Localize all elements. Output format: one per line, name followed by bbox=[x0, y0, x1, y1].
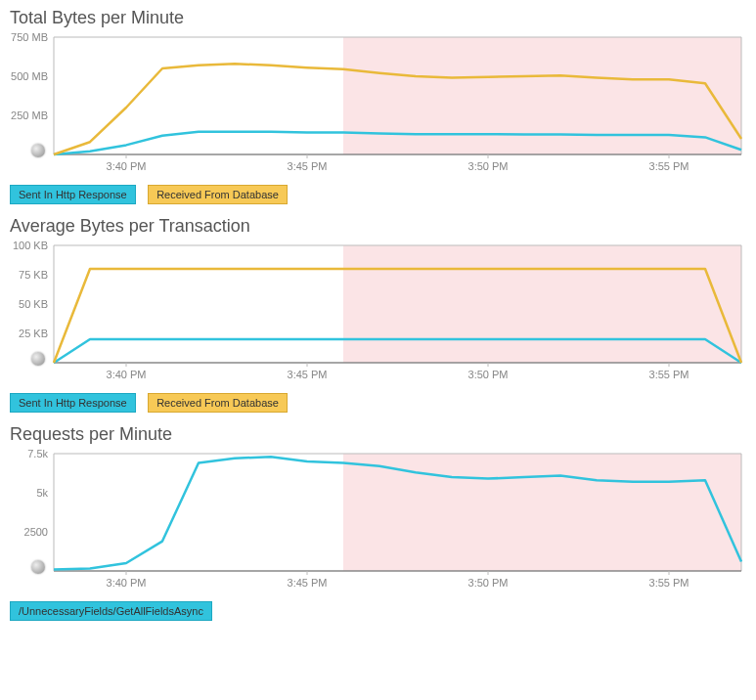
svg-text:3:55 PM: 3:55 PM bbox=[649, 369, 689, 380]
panel-requests: Requests per Minute 25005k7.5k3:40 PM3:4… bbox=[0, 416, 756, 625]
svg-text:500 MB: 500 MB bbox=[11, 70, 48, 82]
chart-requests: 25005k7.5k3:40 PM3:45 PM3:50 PM3:55 PM bbox=[10, 449, 746, 595]
chart-svg: 25 KB50 KB75 KB100 KB3:40 PM3:45 PM3:50 … bbox=[10, 241, 746, 387]
svg-text:3:50 PM: 3:50 PM bbox=[468, 369, 509, 380]
svg-text:25 KB: 25 KB bbox=[19, 328, 48, 339]
legend-http[interactable]: Sent In Http Response bbox=[10, 185, 136, 204]
svg-text:2500: 2500 bbox=[24, 526, 48, 538]
legend-row: Sent In Http Response Received From Data… bbox=[10, 185, 746, 204]
svg-text:250 MB: 250 MB bbox=[11, 109, 48, 121]
svg-text:3:45 PM: 3:45 PM bbox=[288, 369, 328, 380]
svg-text:3:40 PM: 3:40 PM bbox=[107, 369, 147, 380]
legend-db[interactable]: Received From Database bbox=[148, 185, 288, 204]
legend-row: Sent In Http Response Received From Data… bbox=[10, 393, 746, 413]
svg-rect-16 bbox=[343, 245, 741, 363]
svg-text:5k: 5k bbox=[36, 487, 48, 499]
legend-endpoint[interactable]: /UnnecessaryFields/GetAllFieldsAsync bbox=[10, 601, 212, 621]
chart-avg-bytes: 25 KB50 KB75 KB100 KB3:40 PM3:45 PM3:50 … bbox=[10, 241, 746, 387]
panel-total-bytes: Total Bytes per Minute 250 MB500 MB750 M… bbox=[0, 0, 756, 208]
chart-svg: 25005k7.5k3:40 PM3:45 PM3:50 PM3:55 PM bbox=[10, 449, 746, 595]
svg-text:100 KB: 100 KB bbox=[13, 241, 48, 251]
svg-text:3:55 PM: 3:55 PM bbox=[649, 577, 689, 589]
panel-title: Requests per Minute bbox=[10, 424, 746, 445]
legend-db[interactable]: Received From Database bbox=[148, 393, 288, 413]
range-knob[interactable] bbox=[31, 144, 45, 157]
svg-text:50 KB: 50 KB bbox=[19, 298, 48, 310]
svg-text:750 MB: 750 MB bbox=[11, 32, 48, 43]
svg-text:75 KB: 75 KB bbox=[19, 269, 48, 281]
chart-svg: 250 MB500 MB750 MB3:40 PM3:45 PM3:50 PM3… bbox=[10, 32, 746, 179]
svg-text:3:40 PM: 3:40 PM bbox=[107, 160, 147, 172]
legend-row: /UnnecessaryFields/GetAllFieldsAsync bbox=[10, 601, 746, 621]
legend-http[interactable]: Sent In Http Response bbox=[10, 393, 136, 413]
panel-title: Total Bytes per Minute bbox=[10, 8, 746, 28]
panel-title: Average Bytes per Transaction bbox=[10, 216, 746, 237]
range-knob[interactable] bbox=[31, 352, 45, 366]
svg-text:3:45 PM: 3:45 PM bbox=[288, 577, 328, 589]
svg-text:3:50 PM: 3:50 PM bbox=[468, 160, 509, 172]
svg-text:3:40 PM: 3:40 PM bbox=[107, 577, 147, 589]
range-knob[interactable] bbox=[31, 560, 45, 574]
panel-avg-bytes: Average Bytes per Transaction 25 KB50 KB… bbox=[0, 208, 756, 416]
svg-text:3:45 PM: 3:45 PM bbox=[288, 160, 328, 172]
chart-total-bytes: 250 MB500 MB750 MB3:40 PM3:45 PM3:50 PM3… bbox=[10, 32, 746, 179]
svg-text:3:50 PM: 3:50 PM bbox=[468, 577, 509, 589]
svg-text:7.5k: 7.5k bbox=[27, 449, 48, 459]
svg-text:3:55 PM: 3:55 PM bbox=[649, 160, 689, 172]
